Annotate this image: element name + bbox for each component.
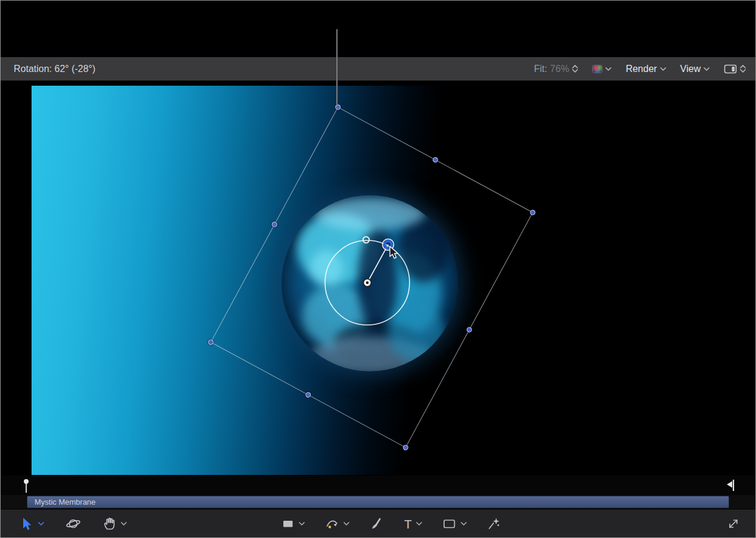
chevron-down-icon[interactable] — [343, 522, 349, 526]
chevron-down-icon — [605, 67, 611, 71]
toolbar-center-group: T — [282, 509, 501, 538]
mask-tool[interactable] — [442, 517, 467, 531]
status-bar-controls: Fit: 76% Render View — [534, 64, 746, 74]
selection-handle[interactable] — [271, 221, 278, 228]
particles-icon — [487, 517, 501, 531]
top-black-band — [1, 1, 755, 57]
canvas[interactable] — [32, 86, 726, 475]
motion-canvas-window: Rotation: 62° (-28°) Fit: 76% Render Vie… — [0, 0, 756, 538]
chevron-down-icon[interactable] — [461, 522, 467, 526]
range-end-marker-icon[interactable] — [727, 479, 735, 492]
color-channels-menu[interactable] — [592, 65, 611, 73]
chevron-down-icon — [660, 67, 666, 71]
rotation-readout: Rotation: 62° (-28°) — [14, 64, 95, 74]
pan-zoom-tool[interactable] — [102, 517, 127, 531]
view-menu-label: View — [680, 64, 701, 74]
window-layout-control[interactable] — [724, 64, 746, 74]
fit-stepper-icon[interactable] — [572, 65, 578, 73]
toolbar-left-group — [20, 509, 127, 538]
paint-stroke-icon — [370, 517, 384, 531]
text-tool[interactable]: T — [404, 518, 422, 530]
canvas-area — [1, 81, 755, 476]
chevron-down-icon — [704, 67, 710, 71]
fit-control[interactable]: Fit: 76% — [534, 64, 578, 74]
bezier-tool-icon — [325, 517, 339, 531]
selection-handle[interactable] — [335, 104, 342, 111]
shape-tool[interactable] — [282, 517, 305, 531]
timeline-track[interactable]: Mystic Membrane — [27, 496, 729, 508]
pan-hand-icon — [102, 517, 117, 531]
chevron-down-icon[interactable] — [299, 522, 305, 526]
expand-icon — [727, 517, 740, 530]
selection-bounding-box[interactable] — [210, 107, 533, 448]
toolbar: T — [1, 509, 755, 537]
selection-handle[interactable] — [207, 339, 214, 346]
render-menu[interactable]: Render — [626, 64, 666, 74]
layout-stepper-icon — [740, 65, 746, 73]
fit-label: Fit: — [534, 64, 547, 74]
rect-shape-tool-icon — [282, 517, 295, 531]
render-menu-label: Render — [626, 64, 657, 74]
selection-handle[interactable] — [466, 326, 473, 333]
chevron-down-icon[interactable] — [416, 522, 422, 526]
callout-line — [336, 29, 338, 107]
mask-rect-icon — [442, 517, 457, 531]
timeline-track-row: Mystic Membrane — [1, 495, 755, 509]
color-channels-icon — [592, 65, 602, 73]
fit-value: 76% — [550, 64, 569, 74]
text-tool-icon: T — [404, 518, 412, 530]
selection-handle[interactable] — [402, 444, 409, 451]
selection-handle[interactable] — [304, 391, 311, 398]
mini-timeline — [1, 476, 755, 495]
track-label: Mystic Membrane — [35, 498, 96, 506]
selection-handle[interactable] — [529, 209, 536, 216]
selection-handle[interactable] — [432, 156, 439, 163]
chevron-down-icon[interactable] — [121, 522, 127, 526]
toolbar-right-group — [727, 509, 740, 538]
particles-tool[interactable] — [487, 517, 501, 531]
select-arrow-icon — [20, 517, 34, 531]
3d-transform-tool[interactable] — [65, 517, 81, 531]
view-menu[interactable]: View — [680, 64, 710, 74]
paint-stroke-tool[interactable] — [370, 517, 384, 531]
expand-timeline-button[interactable] — [727, 517, 740, 530]
3d-transform-icon — [65, 517, 81, 531]
select-transform-tool[interactable] — [20, 517, 44, 531]
bezier-tool[interactable] — [325, 517, 349, 531]
window-layout-icon — [724, 64, 737, 74]
canvas-status-bar: Rotation: 62° (-28°) Fit: 76% Render Vie… — [1, 57, 755, 81]
chevron-down-icon[interactable] — [38, 522, 44, 526]
range-start-pin-icon[interactable] — [23, 478, 30, 494]
